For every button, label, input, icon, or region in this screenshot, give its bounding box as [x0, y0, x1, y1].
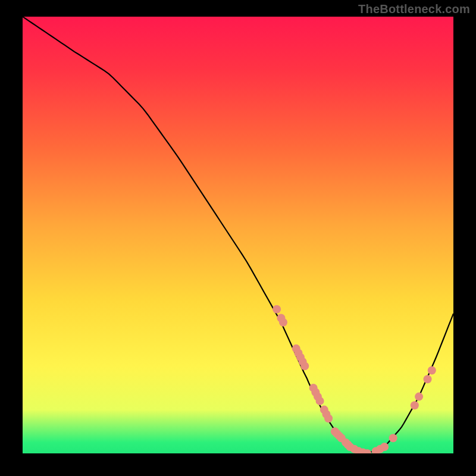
data-marker	[415, 393, 423, 401]
watermark-text: TheBottleneck.com	[358, 2, 470, 16]
data-marker	[389, 434, 397, 442]
data-marker	[279, 318, 287, 327]
data-marker	[428, 367, 436, 375]
data-marker	[273, 305, 281, 314]
chart-plot-area	[23, 17, 453, 453]
data-marker	[324, 414, 333, 422]
data-markers-group	[273, 305, 436, 453]
data-marker	[316, 397, 324, 405]
bottleneck-curve	[23, 17, 453, 453]
chart-svg	[23, 17, 453, 453]
data-marker	[380, 443, 389, 451]
data-marker	[424, 375, 432, 383]
data-marker	[411, 401, 419, 409]
data-marker	[300, 362, 309, 370]
